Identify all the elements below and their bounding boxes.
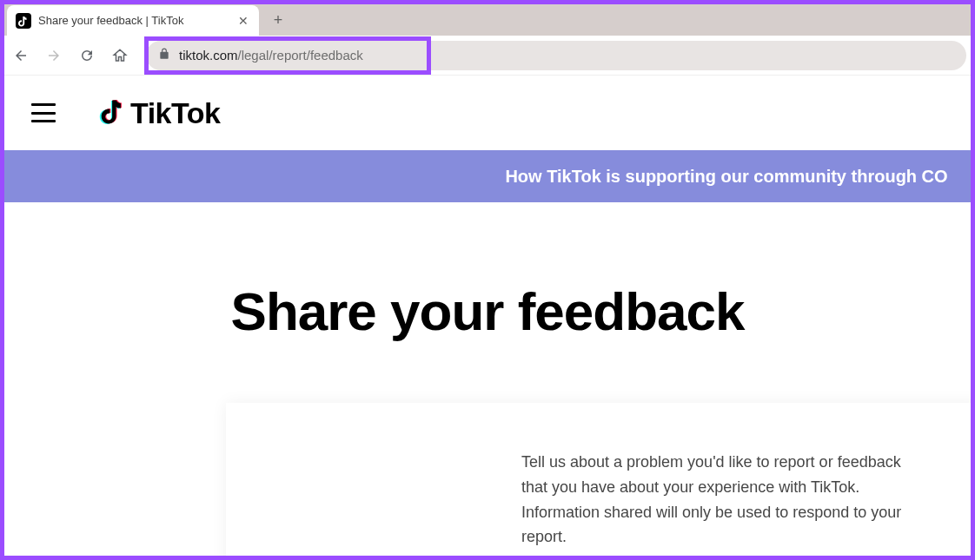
hamburger-menu-icon[interactable] <box>31 103 56 122</box>
banner-text: How TikTok is supporting our community t… <box>505 167 947 187</box>
browser-tab-strip: Share your feedback | TikTok ✕ + <box>0 0 975 36</box>
address-bar-wrapper: tiktok.com/legal/report/feedback <box>146 40 966 71</box>
page-title: Share your feedback <box>0 280 975 342</box>
site-header: TikTok <box>0 76 975 150</box>
tiktok-logo[interactable]: TikTok <box>99 96 220 130</box>
browser-tab[interactable]: Share your feedback | TikTok ✕ <box>7 5 259 36</box>
feedback-card: Tell us about a problem you'd like to re… <box>226 403 975 560</box>
close-tab-icon[interactable]: ✕ <box>236 14 250 28</box>
url-host: tiktok.com <box>179 48 238 63</box>
home-button[interactable] <box>108 43 132 68</box>
back-button[interactable] <box>9 43 33 68</box>
new-tab-button[interactable]: + <box>269 11 287 29</box>
reload-button[interactable] <box>75 43 99 68</box>
main-content: Share your feedback Tell us about a prob… <box>0 202 975 560</box>
url-path: /legal/report/feedback <box>238 48 363 63</box>
tiktok-logo-icon <box>99 96 125 129</box>
address-bar[interactable]: tiktok.com/legal/report/feedback <box>146 41 966 70</box>
tiktok-favicon <box>16 13 31 29</box>
browser-toolbar: tiktok.com/legal/report/feedback <box>0 36 975 76</box>
url-text: tiktok.com/legal/report/feedback <box>179 48 363 63</box>
lock-icon <box>158 48 170 63</box>
forward-button[interactable] <box>42 43 66 68</box>
intro-text: Tell us about a problem you'd like to re… <box>521 450 930 550</box>
tab-title: Share your feedback | TikTok <box>38 14 229 27</box>
announcement-banner[interactable]: How TikTok is supporting our community t… <box>0 150 975 202</box>
logo-text: TikTok <box>130 96 220 130</box>
